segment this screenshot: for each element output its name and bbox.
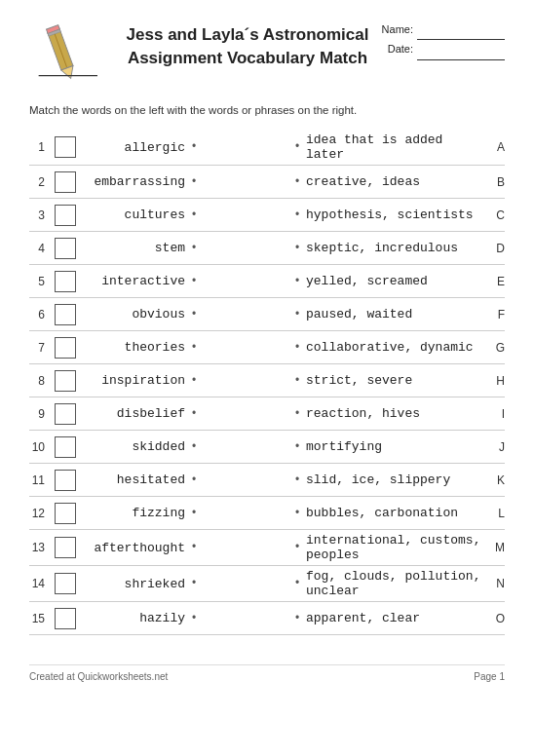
- row-letter: L: [487, 507, 505, 520]
- row-number: 14: [29, 577, 49, 590]
- left-word: hazily: [82, 611, 189, 625]
- table-row: 9 disbelief • • reaction, hives I: [29, 397, 505, 431]
- answer-checkbox[interactable]: [55, 136, 76, 158]
- left-dot: •: [189, 242, 199, 255]
- left-word: shrieked: [82, 577, 189, 591]
- right-phrase: reaction, hives: [302, 406, 487, 421]
- table-row: 12 fizzing • • bubbles, carbonation L: [29, 497, 505, 530]
- left-dot: •: [189, 275, 199, 288]
- table-row: 6 obvious • • paused, waited F: [29, 298, 505, 331]
- footer-credit: Created at Quickworksheets.net: [29, 671, 168, 682]
- answer-checkbox[interactable]: [55, 436, 76, 458]
- answer-checkbox[interactable]: [55, 304, 76, 325]
- right-phrase: bubbles, carbonation: [302, 506, 487, 520]
- table-row: 1 allergic • • idea that is added later …: [29, 130, 505, 166]
- right-dot: •: [292, 374, 302, 388]
- name-underline: [417, 19, 505, 40]
- right-dot: •: [292, 208, 302, 222]
- page-footer: Created at Quickworksheets.net Page 1: [29, 664, 505, 682]
- left-dot: •: [189, 577, 199, 590]
- row-number: 5: [29, 275, 49, 288]
- answer-checkbox[interactable]: [55, 370, 76, 392]
- left-word: stem: [82, 241, 189, 255]
- right-phrase: yelled, screamed: [302, 274, 487, 288]
- table-row: 10 skidded • • mortifying J: [29, 431, 505, 464]
- answer-checkbox[interactable]: [55, 205, 76, 226]
- left-word: allergic: [82, 140, 189, 155]
- left-dot: •: [189, 374, 199, 388]
- date-underline: [417, 40, 505, 60]
- right-dot: •: [292, 473, 302, 487]
- answer-checkbox[interactable]: [55, 608, 76, 629]
- right-dot: •: [292, 440, 302, 454]
- row-letter: I: [487, 407, 505, 421]
- right-dot: •: [292, 541, 302, 554]
- answer-checkbox[interactable]: [55, 238, 76, 259]
- matching-table: 1 allergic • • idea that is added later …: [29, 130, 505, 635]
- left-word: disbelief: [82, 406, 189, 421]
- row-number: 3: [29, 208, 49, 222]
- right-phrase: international, customs, peoples: [302, 533, 487, 562]
- date-field-line: Date:: [378, 40, 505, 60]
- right-phrase: creative, ideas: [302, 174, 487, 189]
- left-dot: •: [189, 175, 199, 189]
- row-number: 6: [29, 308, 49, 321]
- row-letter: F: [487, 308, 505, 321]
- logo-area: [29, 19, 117, 87]
- row-number: 10: [29, 440, 49, 454]
- table-row: 4 stem • • skeptic, incredulous D: [29, 232, 505, 265]
- right-phrase: idea that is added later: [302, 132, 487, 162]
- row-number: 11: [29, 473, 49, 487]
- right-dot: •: [292, 308, 302, 321]
- left-word: hesitated: [82, 472, 189, 487]
- answer-checkbox[interactable]: [55, 337, 76, 359]
- row-number: 4: [29, 242, 49, 255]
- instructions-text: Match the words on the left with the wor…: [29, 104, 505, 116]
- right-phrase: slid, ice, slippery: [302, 472, 487, 487]
- right-phrase: hypothesis, scientists: [302, 208, 487, 222]
- table-row: 8 inspiration • • strict, severe H: [29, 364, 505, 397]
- row-number: 13: [29, 541, 49, 554]
- right-phrase: apparent, clear: [302, 611, 487, 625]
- row-letter: A: [487, 140, 505, 154]
- left-word: theories: [82, 340, 189, 355]
- row-number: 9: [29, 407, 49, 421]
- right-dot: •: [292, 407, 302, 421]
- answer-checkbox[interactable]: [55, 171, 76, 193]
- row-letter: N: [487, 577, 505, 590]
- page-header: Jess and Layla´s Astronomical Assignment…: [29, 19, 505, 87]
- right-dot: •: [292, 341, 302, 355]
- answer-checkbox[interactable]: [55, 537, 76, 558]
- row-number: 8: [29, 374, 49, 388]
- answer-checkbox[interactable]: [55, 271, 76, 292]
- left-word: fizzing: [82, 506, 189, 520]
- answer-checkbox[interactable]: [55, 573, 76, 594]
- right-phrase: strict, severe: [302, 373, 487, 388]
- left-dot: •: [189, 507, 199, 520]
- name-date-area: Name: Date:: [378, 19, 505, 60]
- row-number: 7: [29, 341, 49, 355]
- answer-checkbox[interactable]: [55, 403, 76, 425]
- name-field-line: Name:: [378, 19, 505, 40]
- row-letter: H: [487, 374, 505, 388]
- row-number: 2: [29, 175, 49, 189]
- right-dot: •: [292, 507, 302, 520]
- left-dot: •: [189, 308, 199, 321]
- answer-checkbox[interactable]: [55, 503, 76, 524]
- right-phrase: mortifying: [302, 439, 487, 454]
- left-dot: •: [189, 407, 199, 421]
- left-word: embarrassing: [82, 174, 189, 189]
- row-letter: E: [487, 275, 505, 288]
- left-dot: •: [189, 341, 199, 355]
- row-letter: K: [487, 473, 505, 487]
- right-phrase: skeptic, incredulous: [302, 241, 487, 255]
- left-dot: •: [189, 208, 199, 222]
- row-letter: M: [487, 541, 505, 554]
- row-number: 1: [29, 140, 49, 154]
- row-letter: C: [487, 208, 505, 222]
- title-area: Jess and Layla´s Astronomical Assignment…: [117, 19, 378, 70]
- row-letter: G: [487, 341, 505, 355]
- left-word: interactive: [82, 274, 189, 288]
- answer-checkbox[interactable]: [55, 470, 76, 491]
- left-word: obvious: [82, 307, 189, 321]
